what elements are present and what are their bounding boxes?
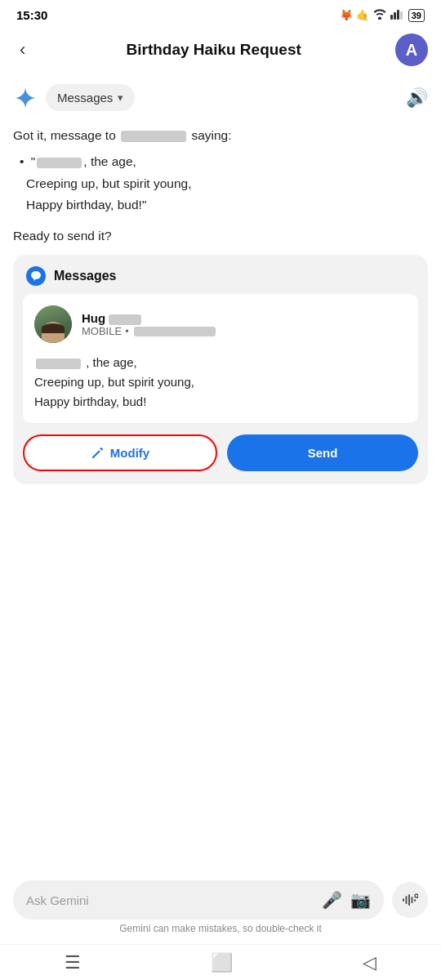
status-time: 15:30: [16, 8, 47, 22]
signal-icon: [390, 8, 405, 22]
back-button[interactable]: ‹: [13, 36, 32, 64]
svg-line-12: [417, 897, 418, 898]
disclaimer-text: Gemini can make mistakes, so double-chec…: [13, 920, 428, 939]
emoji-status-icon: 🦊: [340, 9, 353, 21]
avatar[interactable]: A: [395, 33, 428, 66]
contact-row: Hug MOBILE •: [34, 305, 407, 343]
svg-rect-7: [406, 896, 408, 904]
svg-rect-6: [403, 898, 404, 902]
emoji-status2-icon: 🤙: [356, 9, 369, 21]
waves-icon: [402, 892, 418, 908]
gemini-star-icon: [13, 86, 38, 110]
redacted-name: [121, 131, 186, 142]
haiku-block: • ", the age, Creeping up, but spirit yo…: [26, 151, 428, 216]
preview-inner: Hug MOBILE • , the age, Creeping up, but…: [23, 294, 418, 423]
action-buttons: Modify Send: [13, 423, 428, 471]
svg-point-4: [31, 271, 41, 279]
chevron-down-icon: ▾: [118, 91, 123, 104]
redacted-contact: [109, 314, 141, 325]
chat-area: Messages ▾ 🔊 Got it, message to saying: …: [0, 76, 441, 484]
wifi-icon: [372, 8, 387, 22]
svg-rect-8: [408, 894, 410, 906]
contact-sub: MOBILE •: [82, 325, 407, 337]
battery-indicator: 39: [408, 9, 425, 22]
preview-card: Messages Hug: [13, 255, 428, 484]
modify-button[interactable]: Modify: [23, 434, 217, 471]
messages-selector-row: Messages ▾ 🔊: [13, 84, 428, 111]
sound-icon[interactable]: 🔊: [406, 87, 428, 109]
svg-rect-10: [414, 899, 416, 902]
svg-rect-1: [394, 12, 396, 20]
page-title: Birthday Haiku Request: [32, 41, 395, 59]
send-button[interactable]: Send: [227, 434, 418, 471]
status-icons: 🦊 🤙 39: [340, 8, 425, 22]
intro-text: Got it, message to saying:: [13, 126, 428, 145]
redacted-phone: [134, 327, 216, 336]
modify-icon: [91, 447, 104, 460]
haiku-line-2: Creeping up, but spirit young,: [26, 173, 428, 194]
haiku-line-3: Happy birthday, bud!": [26, 194, 428, 216]
haiku-line-1: • ", the age,: [26, 151, 428, 172]
preview-message-text: , the age, Creeping up, but spirit young…: [34, 353, 407, 412]
messages-bubble-icon: [26, 266, 46, 286]
header: ‹ Birthday Haiku Request A: [0, 27, 441, 76]
svg-rect-0: [390, 15, 393, 20]
status-bar: 15:30 🦊 🤙 39: [0, 0, 441, 27]
redacted-msg-start: [36, 359, 81, 369]
contact-name: Hug: [82, 311, 407, 325]
svg-rect-3: [400, 11, 403, 20]
svg-rect-9: [412, 897, 413, 903]
svg-marker-5: [33, 278, 36, 281]
messages-selector-left: Messages ▾: [13, 84, 135, 111]
messages-selector-pill[interactable]: Messages ▾: [46, 84, 135, 111]
back-nav-icon[interactable]: ◁: [363, 952, 376, 973]
contact-info: Hug MOBILE •: [82, 311, 407, 337]
camera-icon[interactable]: 📷: [350, 890, 371, 910]
mic-icon[interactable]: 🎤: [322, 890, 342, 910]
menu-nav-icon[interactable]: ☰: [65, 952, 81, 973]
input-row: Ask Gemini 🎤 📷: [13, 880, 428, 920]
input-pill[interactable]: Ask Gemini 🎤 📷: [13, 880, 384, 920]
contact-avatar: [34, 305, 72, 343]
preview-card-title: Messages: [54, 269, 117, 283]
redacted-haiku-1: [37, 158, 82, 168]
input-placeholder: Ask Gemini: [26, 893, 314, 907]
input-area: Ask Gemini 🎤 📷 Gemini can make mistakes,…: [0, 872, 441, 944]
home-nav-icon[interactable]: ⬜: [211, 952, 233, 973]
ready-text: Ready to send it?: [13, 229, 428, 243]
waves-button[interactable]: [392, 882, 428, 918]
messages-pill-label: Messages: [57, 91, 113, 105]
bottom-nav: ☰ ⬜ ◁: [0, 944, 441, 980]
svg-rect-2: [397, 10, 399, 20]
preview-card-header: Messages: [13, 255, 428, 294]
